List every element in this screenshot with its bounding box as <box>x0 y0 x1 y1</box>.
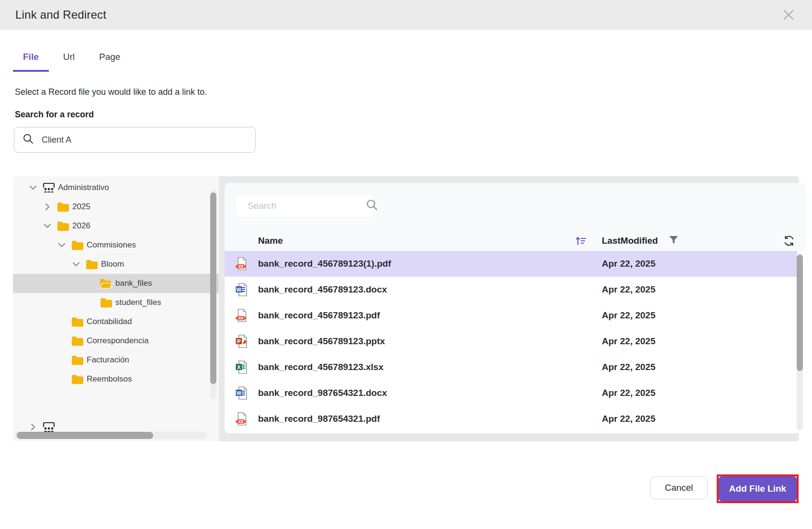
indent-spacer <box>83 276 98 291</box>
tree-item-label: Commisiones <box>87 240 136 250</box>
tree-item-bank_files[interactable]: bank_files <box>13 274 219 293</box>
folder-icon <box>98 295 114 310</box>
record-search-input[interactable] <box>41 135 255 146</box>
powerpoint-file-icon: P <box>235 334 258 349</box>
svg-text:X: X <box>237 364 241 370</box>
file-row[interactable]: bank_record_456789123(1).pdfApr 22, 2025 <box>225 251 797 277</box>
column-header-name[interactable]: Name <box>258 236 559 246</box>
tab-page[interactable]: Page <box>89 48 130 72</box>
folder-open-icon <box>98 276 114 291</box>
folder-icon <box>69 372 86 386</box>
file-name: bank_record_456789123(1).pdf <box>258 259 602 269</box>
tree-item-2025[interactable]: 2025 <box>13 197 219 216</box>
chevron-down-icon[interactable] <box>25 180 41 195</box>
record-search-label: Search for a record <box>15 110 94 120</box>
folder-icon <box>69 334 86 348</box>
svg-text:W: W <box>237 287 242 293</box>
folder-tree-panel: Administrativo20252026CommisionesBloomba… <box>13 176 219 441</box>
column-header-modified[interactable]: LastModified <box>602 236 658 246</box>
tree-item-label: 2026 <box>72 221 90 231</box>
tree-item-label: 2025 <box>72 202 90 212</box>
list-vertical-scrollbar[interactable] <box>797 253 803 430</box>
file-name: bank_record_456789123.pdf <box>258 310 602 321</box>
word-file-icon: W <box>235 282 258 297</box>
refresh-icon[interactable] <box>769 235 806 247</box>
file-modified-date: Apr 22, 2025 <box>602 284 769 295</box>
tree-item-label: bank_files <box>115 279 152 288</box>
tree-item-bloom[interactable]: Bloom <box>13 255 219 274</box>
tree-item-student_files[interactable]: student_files <box>13 293 219 312</box>
tree-item-reembolsos[interactable]: Reembolsos <box>13 370 219 389</box>
sort-ascending-icon[interactable] <box>559 235 602 247</box>
tree-vertical-scrollbar[interactable] <box>210 190 216 399</box>
file-name: bank_record_456789123.pptx <box>258 336 602 347</box>
pdf-file-icon <box>235 308 258 323</box>
tree-item-correspondencia[interactable]: Correspondencia <box>13 331 219 350</box>
tree-item-administrativo[interactable]: Administrativo <box>13 178 219 197</box>
file-modified-date: Apr 22, 2025 <box>602 336 769 347</box>
file-browser-container: Administrativo20252026CommisionesBloomba… <box>13 176 799 441</box>
file-row[interactable]: Wbank_record_987654321.docxApr 22, 2025 <box>225 380 797 406</box>
file-modified-date: Apr 22, 2025 <box>602 259 769 269</box>
file-row[interactable]: Wbank_record_456789123.docxApr 22, 2025 <box>225 277 797 303</box>
cancel-button[interactable]: Cancel <box>650 476 708 499</box>
link-and-redirect-dialog: Link and Redirect FileUrlPage Select a R… <box>0 0 812 529</box>
dialog-header: Link and Redirect <box>0 0 812 30</box>
tree-item-2026[interactable]: 2026 <box>13 216 219 236</box>
file-modified-date: Apr 22, 2025 <box>602 414 769 424</box>
red-annotation-box: Add File Link <box>717 474 799 503</box>
file-row[interactable]: Pbank_record_456789123.pptxApr 22, 2025 <box>225 328 797 354</box>
tree-item-label: Contabilidad <box>87 317 132 326</box>
folder-icon <box>84 257 100 271</box>
excel-file-icon: X <box>235 360 258 374</box>
add-file-link-button[interactable]: Add File Link <box>719 476 797 501</box>
pdf-file-icon <box>235 412 258 426</box>
org-icon <box>41 180 57 195</box>
chevron-right-icon[interactable] <box>40 199 55 214</box>
tab-file[interactable]: File <box>13 48 49 72</box>
search-icon <box>23 133 34 146</box>
file-name: bank_record_987654321.docx <box>258 388 602 398</box>
file-name: bank_record_456789123.xlsx <box>258 362 602 372</box>
indent-spacer <box>54 371 69 387</box>
tree-item-commisiones[interactable]: Commisiones <box>13 236 219 255</box>
file-list-panel: Name LastModified bank_record_456789123(… <box>225 183 806 433</box>
dialog-title: Link and Redirect <box>15 8 106 22</box>
svg-text:P: P <box>237 338 240 344</box>
list-header-row: Name LastModified <box>235 231 806 251</box>
folder-icon <box>55 200 71 214</box>
tree-item-label: Correspondencia <box>87 336 148 346</box>
tree-item-facturación[interactable]: Facturación <box>13 350 219 370</box>
file-name: bank_record_987654321.pdf <box>258 414 602 424</box>
file-row[interactable]: Xbank_record_456789123.xlsxApr 22, 2025 <box>225 354 797 380</box>
close-icon[interactable] <box>781 8 796 22</box>
tree-horizontal-scrollbar[interactable] <box>15 432 207 439</box>
record-search-box <box>14 127 256 153</box>
tree-item-label: student_files <box>115 298 161 307</box>
indent-spacer <box>54 314 69 329</box>
pdf-file-icon <box>235 257 258 271</box>
file-row[interactable]: bank_record_456789123.pdfApr 22, 2025 <box>225 303 797 328</box>
word-file-icon: W <box>235 386 258 400</box>
file-modified-date: Apr 22, 2025 <box>602 362 769 372</box>
file-search-input[interactable] <box>247 200 366 212</box>
filter-icon[interactable] <box>668 235 679 248</box>
file-search-box <box>236 195 374 217</box>
chevron-down-icon[interactable] <box>54 237 69 253</box>
tab-bar: FileUrlPage <box>13 48 135 72</box>
tree-item-contabilidad[interactable]: Contabilidad <box>13 312 219 331</box>
instruction-text: Select a Record file you would like to a… <box>15 87 207 97</box>
file-list: bank_record_456789123(1).pdfApr 22, 2025… <box>225 251 806 433</box>
file-name: bank_record_456789123.docx <box>258 284 602 295</box>
svg-text:W: W <box>237 390 242 396</box>
tree-item-label: Bloom <box>101 259 124 269</box>
folder-icon <box>69 353 86 367</box>
indent-spacer <box>54 333 69 349</box>
file-row[interactable]: bank_record_987654321.pdfApr 22, 2025 <box>225 406 797 432</box>
tree-item-label: Facturación <box>87 355 129 365</box>
tree-item-label: Administrativo <box>58 183 109 192</box>
chevron-down-icon[interactable] <box>40 218 55 234</box>
chevron-down-icon[interactable] <box>68 257 84 272</box>
folder-icon <box>69 238 86 252</box>
tab-url[interactable]: Url <box>53 48 85 72</box>
